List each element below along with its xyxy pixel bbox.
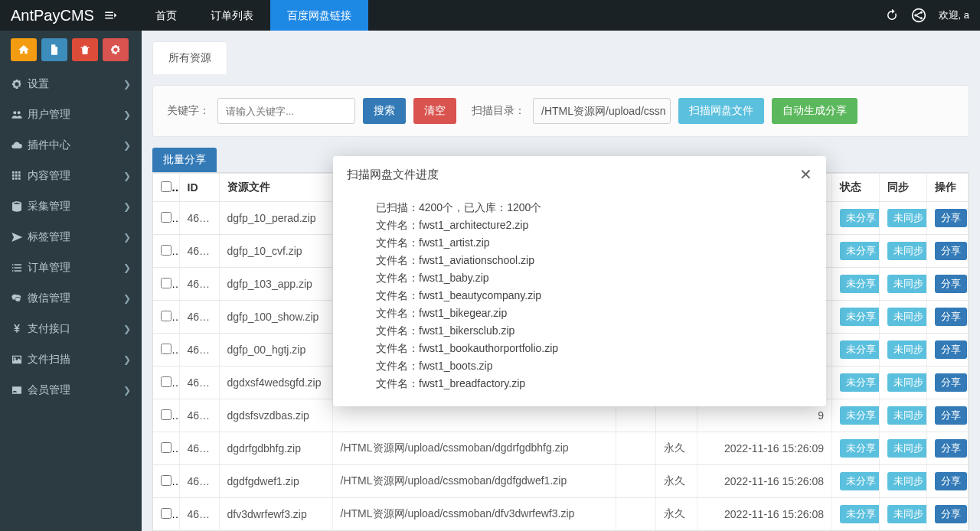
brand-logo: AntPayCMS xyxy=(11,7,94,24)
welcome-text: 欢迎, a xyxy=(939,8,969,22)
topbar-right: 欢迎, a xyxy=(885,8,969,23)
nav-home[interactable]: 首页 xyxy=(139,0,194,31)
topbar: AntPayCMS 首页 订单列表 百度网盘链接 欢迎, a xyxy=(0,0,980,31)
refresh-icon[interactable] xyxy=(885,8,899,22)
svg-point-0 xyxy=(912,9,925,22)
svg-point-2 xyxy=(920,11,922,14)
top-nav: 首页 订单列表 百度网盘链接 xyxy=(139,0,368,31)
share-icon[interactable] xyxy=(911,8,926,23)
toggle-sidebar-icon[interactable] xyxy=(103,8,117,22)
nav-baidu-link[interactable]: 百度网盘链接 xyxy=(270,0,368,31)
nav-orders[interactable]: 订单列表 xyxy=(194,0,270,31)
svg-point-3 xyxy=(920,17,922,19)
